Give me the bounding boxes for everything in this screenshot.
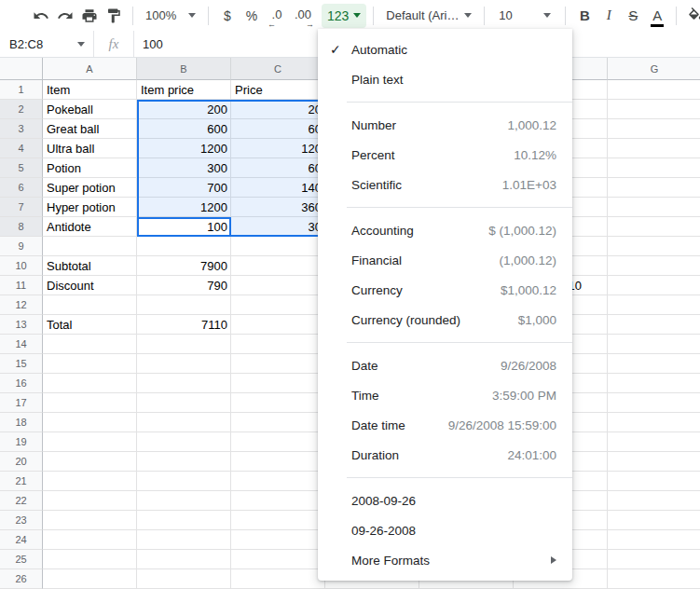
row-header-12[interactable]: 12 xyxy=(0,295,43,315)
row-header-15[interactable]: 15 xyxy=(0,354,43,374)
decrease-decimal-button[interactable]: .0 ← xyxy=(265,5,289,27)
font-size-select[interactable]: 10 xyxy=(499,5,551,27)
italic-button[interactable]: I xyxy=(597,5,620,27)
menu-item-date-time[interactable]: Date time9/26/2008 15:59:00 xyxy=(318,410,572,440)
column-header-G[interactable]: G xyxy=(608,58,700,80)
cell-C2[interactable]: 20 xyxy=(231,100,325,119)
row-header-3[interactable]: 3 xyxy=(0,119,43,139)
formula-input[interactable]: 100 xyxy=(143,37,163,51)
cell-A2[interactable]: Pokeball xyxy=(43,100,137,119)
row-header-25[interactable]: 25 xyxy=(0,550,43,569)
increase-decimal-button[interactable]: .00 → xyxy=(291,5,315,27)
undo-button[interactable] xyxy=(30,5,52,27)
strikethrough-button[interactable]: S xyxy=(622,5,644,27)
cell-C6[interactable]: 140 xyxy=(231,178,325,198)
row-header-20[interactable]: 20 xyxy=(0,452,43,472)
name-box[interactable]: B2:C8 xyxy=(0,31,93,57)
cell-B10[interactable]: 7900 xyxy=(137,256,231,276)
row-header-5[interactable]: 5 xyxy=(0,158,43,178)
select-all-corner[interactable] xyxy=(0,58,43,80)
row-header-2[interactable]: 2 xyxy=(0,100,43,119)
zoom-select[interactable]: 100% xyxy=(145,5,196,27)
cell-B5[interactable]: 300 xyxy=(137,158,231,178)
menu-divider xyxy=(347,207,572,208)
row-header-24[interactable]: 24 xyxy=(0,530,43,550)
cell-C5[interactable]: 60 xyxy=(231,158,325,178)
row-header-11[interactable]: 11 xyxy=(0,276,43,295)
format-currency-button[interactable]: $ xyxy=(216,5,239,27)
more-formats-button[interactable]: 123 xyxy=(322,4,366,28)
cell-B4[interactable]: 1200 xyxy=(137,139,231,158)
cell-B6[interactable]: 700 xyxy=(137,178,231,198)
menu-item-time[interactable]: Time3:59:00 PM xyxy=(318,380,572,410)
fill-color-icon xyxy=(687,7,700,24)
cell-A6[interactable]: Super potion xyxy=(43,178,137,198)
cell-A7[interactable]: Hyper potion xyxy=(43,198,137,217)
cell-A13[interactable]: Total xyxy=(43,315,137,335)
cell-B7[interactable]: 1200 xyxy=(137,198,231,217)
cell-C3[interactable]: 60 xyxy=(231,119,325,139)
cell-C4[interactable]: 120 xyxy=(231,139,325,158)
cell-B1[interactable]: Item price xyxy=(137,80,231,100)
cell-A5[interactable]: Potion xyxy=(43,158,137,178)
menu-item-financial[interactable]: Financial(1,000.12) xyxy=(318,245,572,275)
row-header-14[interactable]: 14 xyxy=(0,335,43,354)
row-header-17[interactable]: 17 xyxy=(0,393,43,413)
cell-C7[interactable]: 360 xyxy=(231,198,325,217)
row-header-22[interactable]: 22 xyxy=(0,491,43,511)
text-color-button[interactable]: A xyxy=(646,5,668,27)
menu-item-automatic[interactable]: ✓Automatic xyxy=(318,34,572,64)
print-button[interactable] xyxy=(78,5,101,27)
row-header-16[interactable]: 16 xyxy=(0,374,43,393)
row-header-7[interactable]: 7 xyxy=(0,198,43,217)
format-percent-button[interactable]: % xyxy=(240,5,263,27)
cell-A3[interactable]: Great ball xyxy=(43,119,137,139)
toolbar-divider xyxy=(484,7,485,25)
menu-item-number[interactable]: Number1,000.12 xyxy=(318,110,572,140)
row-header-18[interactable]: 18 xyxy=(0,413,43,432)
row-header-26[interactable]: 26 xyxy=(0,569,43,589)
row-header-8[interactable]: 8 xyxy=(0,217,43,237)
menu-item-currency-rounded[interactable]: Currency (rounded)$1,000 xyxy=(318,305,572,335)
row-header-19[interactable]: 19 xyxy=(0,432,43,452)
cell-A4[interactable]: Ultra ball xyxy=(43,139,137,158)
cell-A1[interactable]: Item xyxy=(43,80,137,100)
menu-item-plain-text[interactable]: Plain text xyxy=(318,64,572,94)
cell-A10[interactable]: Subtotal xyxy=(43,256,137,276)
row-header-10[interactable]: 10 xyxy=(0,256,43,276)
menu-item-2008-09-26[interactable]: 2008-09-26 xyxy=(318,486,572,515)
menu-item-duration[interactable]: Duration24:01:00 xyxy=(318,440,572,470)
cell-A8[interactable]: Antidote xyxy=(43,217,137,237)
font-select[interactable]: Default (Ari… xyxy=(386,5,472,27)
cell-C1[interactable]: Price xyxy=(231,80,325,100)
column-header-A[interactable]: A xyxy=(43,58,137,80)
menu-item-09-26-2008[interactable]: 09-26-2008 xyxy=(318,515,572,545)
row-header-9[interactable]: 9 xyxy=(0,237,43,256)
row-header-6[interactable]: 6 xyxy=(0,178,43,198)
cell-B11[interactable]: 790 xyxy=(137,276,231,295)
menu-item-currency[interactable]: Currency$1,000.12 xyxy=(318,275,572,305)
cell-B3[interactable]: 600 xyxy=(137,119,231,139)
menu-item-percent[interactable]: Percent10.12% xyxy=(318,140,572,170)
row-header-1[interactable]: 1 xyxy=(0,80,43,100)
menu-item-date[interactable]: Date9/26/2008 xyxy=(318,350,572,380)
format-example: 9/26/2008 15:59:00 xyxy=(448,418,556,432)
column-header-C[interactable]: C xyxy=(231,58,325,80)
menu-item-more-formats[interactable]: More Formats xyxy=(318,545,572,575)
menu-item-accounting[interactable]: Accounting$ (1,000.12) xyxy=(318,215,572,245)
menu-item-scientific[interactable]: Scientific1.01E+03 xyxy=(318,170,572,199)
row-header-21[interactable]: 21 xyxy=(0,472,43,491)
row-header-23[interactable]: 23 xyxy=(0,511,43,530)
cell-B2[interactable]: 200 xyxy=(137,100,231,119)
redo-button[interactable] xyxy=(54,5,76,27)
cell-C8[interactable]: 30 xyxy=(231,217,325,237)
fill-color-button[interactable] xyxy=(684,5,700,27)
column-header-B[interactable]: B xyxy=(137,58,231,80)
cell-B8[interactable]: 100 xyxy=(137,217,231,237)
bold-button[interactable]: B xyxy=(573,5,596,27)
row-header-4[interactable]: 4 xyxy=(0,139,43,158)
row-header-13[interactable]: 13 xyxy=(0,315,43,335)
cell-B13[interactable]: 7110 xyxy=(137,315,231,335)
paint-format-button[interactable] xyxy=(103,5,125,27)
cell-A11[interactable]: Discount xyxy=(43,276,137,295)
